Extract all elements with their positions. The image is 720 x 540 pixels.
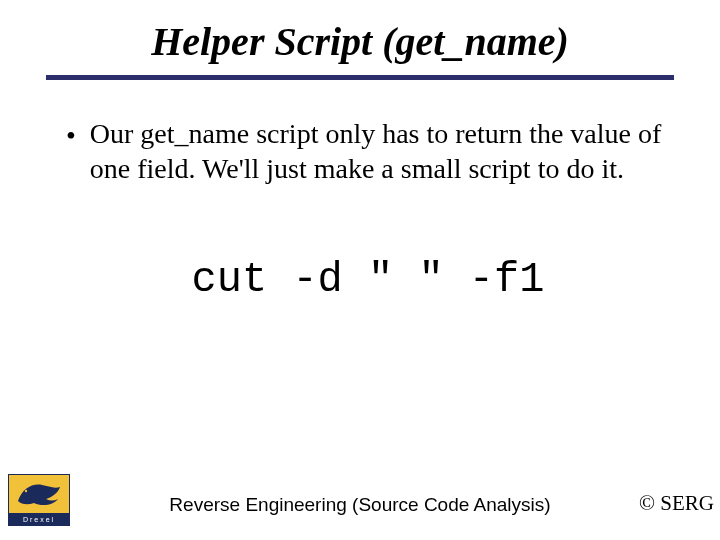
slide-title: Helper Script (get_name): [0, 0, 720, 75]
slide-footer: Drexel Reverse Engineering (Source Code …: [0, 466, 720, 526]
footer-center-text: Reverse Engineering (Source Code Analysi…: [0, 494, 720, 516]
svg-point-0: [25, 490, 27, 492]
bullet-text: Our get_name script only has to return t…: [90, 116, 670, 186]
bullet-item: • Our get_name script only has to return…: [66, 116, 670, 186]
bullet-dot-icon: •: [66, 116, 90, 153]
copyright-text: © SERG: [639, 491, 714, 516]
logo-text: Drexel: [23, 516, 55, 523]
code-snippet: cut -d " " -f1: [66, 256, 670, 304]
slide-body: • Our get_name script only has to return…: [0, 80, 720, 304]
slide: Helper Script (get_name) • Our get_name …: [0, 0, 720, 540]
